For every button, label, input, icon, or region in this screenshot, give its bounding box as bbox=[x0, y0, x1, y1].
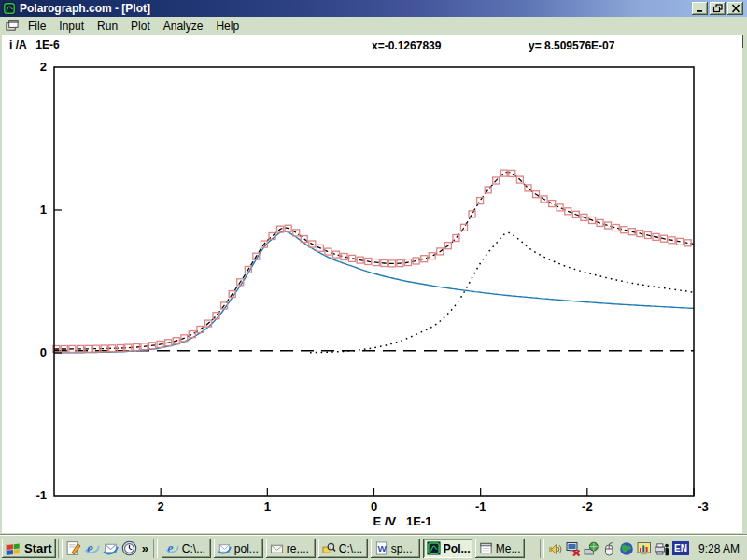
task-button-label: re,... bbox=[287, 542, 309, 555]
start-label: Start bbox=[24, 541, 52, 555]
x-tick-label: 0 bbox=[356, 499, 393, 513]
title-bar[interactable]: Polarograph.com - [Plot] bbox=[0, 0, 747, 17]
quick-launch-internet-explorer-icon[interactable]: e bbox=[83, 539, 102, 558]
y-tick-label: 2 bbox=[9, 60, 47, 74]
language-indicator[interactable]: EN bbox=[672, 541, 689, 555]
display-chart-icon[interactable] bbox=[637, 540, 653, 556]
x-tick-label: -2 bbox=[569, 499, 606, 513]
x-axis-label: E /V 1E-1 bbox=[351, 514, 454, 528]
start-button[interactable]: Start bbox=[2, 539, 56, 558]
windows-flag-icon bbox=[6, 540, 21, 556]
taskbar: Start e » eC:\...pol...re,...C:\...Wsp..… bbox=[0, 535, 747, 560]
menu-bar: FileInputRunPlotAnalyzeHelp bbox=[0, 17, 747, 35]
cursor-x-readout: x=-0.1267839 bbox=[372, 39, 441, 52]
task-button-pol[interactable]: Pol... bbox=[423, 539, 472, 558]
task-button-re[interactable]: re,... bbox=[266, 539, 316, 558]
menu-item-file[interactable]: File bbox=[21, 19, 52, 34]
minimize-button[interactable] bbox=[692, 2, 708, 15]
taskbar-divider bbox=[153, 539, 158, 558]
quick-launch-bar: e bbox=[64, 539, 139, 558]
x-tick-label: 2 bbox=[142, 499, 179, 513]
window-title: Polarograph.com - [Plot] bbox=[20, 2, 150, 15]
mail-icon bbox=[270, 541, 284, 555]
taskbar-clock[interactable]: 9:28 AM bbox=[691, 542, 747, 555]
svg-text:W: W bbox=[377, 543, 387, 553]
device-globe-icon[interactable] bbox=[584, 540, 599, 556]
menu-item-input[interactable]: Input bbox=[52, 19, 91, 34]
tray-divider bbox=[540, 539, 544, 558]
polarograph-icon[interactable] bbox=[3, 2, 16, 15]
cursor-y-readout: y= 8.509576E-07 bbox=[529, 39, 614, 52]
quick-launch-document-pencil-icon[interactable] bbox=[64, 539, 83, 558]
y-axis-header: i /A 1E-6 bbox=[9, 38, 60, 51]
task-button-c[interactable]: C:\... bbox=[318, 539, 368, 558]
globe-icon[interactable] bbox=[619, 540, 635, 556]
word-icon: W bbox=[374, 541, 388, 555]
close-button[interactable] bbox=[727, 2, 743, 15]
task-button-c[interactable]: eC:\... bbox=[162, 539, 211, 558]
menu-item-run[interactable]: Run bbox=[91, 19, 124, 34]
volume-icon[interactable] bbox=[548, 540, 564, 556]
network-disconnected-icon[interactable] bbox=[566, 540, 582, 556]
x-tick-label: -3 bbox=[684, 499, 722, 513]
task-button-label: C:\... bbox=[182, 542, 205, 555]
outlook-express-icon bbox=[218, 541, 232, 555]
x-tick-label: 1 bbox=[248, 499, 286, 513]
task-button-label: C:\... bbox=[339, 542, 362, 555]
menu-item-plot[interactable]: Plot bbox=[124, 19, 157, 34]
y-tick-label: -1 bbox=[9, 488, 47, 502]
menu-item-analyze[interactable]: Analyze bbox=[157, 19, 210, 34]
svg-text:e: e bbox=[87, 540, 93, 556]
task-button-label: sp... bbox=[391, 542, 413, 555]
task-button-me[interactable]: Me... bbox=[475, 539, 525, 558]
x-tick-label: -1 bbox=[462, 499, 500, 513]
y-tick-label: 0 bbox=[9, 345, 47, 359]
search-icon bbox=[322, 541, 336, 555]
y-tick-label: 1 bbox=[9, 203, 47, 217]
printer-icon[interactable] bbox=[655, 540, 670, 556]
task-button-label: pol... bbox=[234, 542, 259, 555]
plot-client-area[interactable] bbox=[2, 35, 742, 533]
task-button-label: Pol... bbox=[444, 542, 471, 555]
menu-item-help[interactable]: Help bbox=[209, 19, 246, 34]
quick-launch-media-clock-icon[interactable] bbox=[120, 539, 139, 558]
task-button-sp[interactable]: Wsp... bbox=[371, 539, 420, 558]
polarograph-icon bbox=[427, 541, 441, 555]
taskbar-divider bbox=[58, 539, 63, 558]
system-tray bbox=[548, 540, 670, 556]
quick-launch-outlook-express-icon[interactable] bbox=[102, 539, 120, 558]
mouse-icon[interactable] bbox=[601, 540, 617, 556]
restore-button[interactable] bbox=[710, 2, 726, 15]
desktop: Polarograph.com - [Plot] FileInputRunPlo… bbox=[0, 0, 747, 560]
plot-document-icon[interactable] bbox=[5, 19, 19, 33]
task-button-pol[interactable]: pol... bbox=[214, 539, 263, 558]
quick-launch-overflow-chevron[interactable]: » bbox=[139, 541, 151, 555]
task-button-label: Me... bbox=[496, 542, 521, 555]
internet-explorer-icon: e bbox=[165, 541, 179, 555]
task-button-area: eC:\...pol...re,...C:\...Wsp...Pol...Me.… bbox=[162, 539, 525, 558]
svg-text:e: e bbox=[167, 541, 173, 555]
window-icon bbox=[479, 541, 493, 555]
